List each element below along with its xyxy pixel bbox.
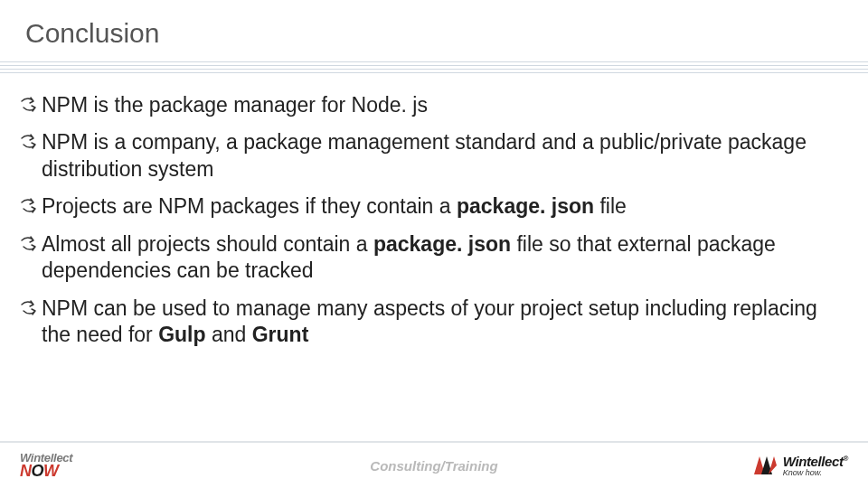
bullet-text: Projects are NPM packages if they contai… bbox=[42, 193, 627, 220]
bullet-swirl-icon bbox=[20, 197, 38, 219]
bullet-swirl-icon bbox=[20, 96, 38, 117]
bullet-item: Projects are NPM packages if they contai… bbox=[20, 193, 848, 220]
logo-right-tagline: Know how. bbox=[783, 469, 848, 477]
bullet-text: NPM can be used to manage many aspects o… bbox=[42, 296, 848, 349]
bullet-item: NPM can be used to manage many aspects o… bbox=[20, 296, 848, 349]
rule-line bbox=[0, 72, 868, 73]
rule-line bbox=[0, 61, 868, 62]
bullet-text: NPM is the package manager for Node. js bbox=[42, 92, 428, 118]
bullet-swirl-icon bbox=[20, 235, 38, 257]
header-rules bbox=[0, 61, 868, 73]
logo-right-brand: Wintellect® bbox=[783, 455, 848, 468]
bullet-swirl-icon bbox=[20, 299, 38, 321]
logo-wintellect: Wintellect® Know how. bbox=[752, 455, 848, 477]
logo-left-bottom: NOW bbox=[20, 464, 72, 478]
rule-line bbox=[0, 65, 868, 66]
bullet-text: Almost all projects should contain a pac… bbox=[42, 231, 848, 285]
logo-right-text: Wintellect® Know how. bbox=[783, 455, 848, 477]
bullet-swirl-icon bbox=[20, 133, 38, 155]
bullet-item: NPM is a company, a package management s… bbox=[20, 129, 848, 183]
logo-wintellect-now: Wintellect NOW bbox=[20, 453, 72, 478]
slide-footer: Wintellect NOW Consulting/Training Winte… bbox=[0, 441, 868, 488]
footer-center-text: Consulting/Training bbox=[370, 458, 497, 474]
slide-header: Conclusion bbox=[0, 0, 868, 56]
bullet-item: Almost all projects should contain a pac… bbox=[20, 231, 848, 285]
slide-content: NPM is the package manager for Node. jsN… bbox=[0, 76, 868, 349]
slide-title: Conclusion bbox=[25, 18, 868, 49]
wintellect-mark-icon bbox=[752, 455, 778, 476]
bullet-text: NPM is a company, a package management s… bbox=[42, 129, 848, 183]
rule-line bbox=[0, 69, 868, 70]
bullet-item: NPM is the package manager for Node. js bbox=[20, 92, 848, 118]
svg-marker-2 bbox=[769, 456, 777, 474]
